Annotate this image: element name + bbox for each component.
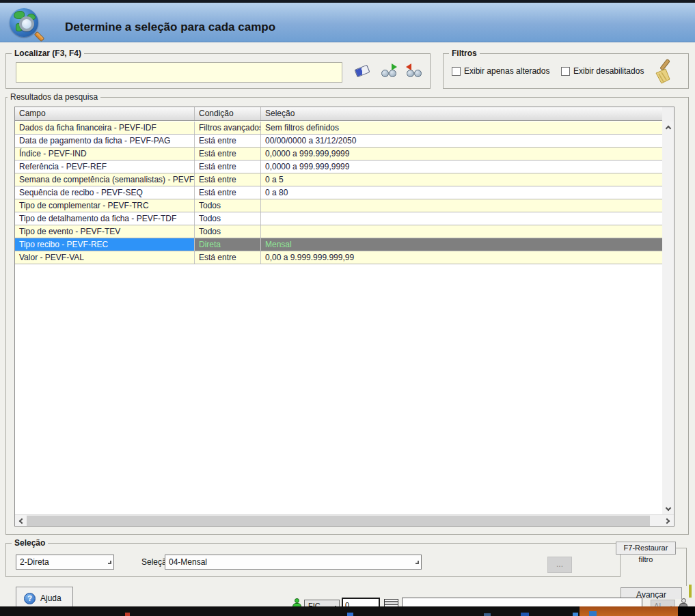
table-row[interactable]: Valor - PEVF-VALEstá entre0,00 a 9.999.9…: [15, 251, 663, 264]
checkbox-label: Exibir desabilitados: [573, 66, 644, 76]
table-row[interactable]: Índice - PEVF-INDEstá entre0,0000 a 999.…: [15, 148, 663, 160]
windows-taskbar[interactable]: [0, 606, 695, 616]
dropdown-chevron: [415, 555, 419, 569]
table-row[interactable]: Sequência de recibo - PEVF-SEQEstá entre…: [15, 186, 663, 199]
chevron-up-icon: [665, 126, 670, 131]
cell-selecao: Mensal: [261, 238, 663, 251]
broom-icon[interactable]: [647, 59, 673, 86]
checkbox-exibir-apenas-alterados[interactable]: [452, 67, 461, 76]
checkbox-exibir-desabilitados[interactable]: [561, 67, 570, 76]
cell-campo: Referência - PEVF-REF: [15, 160, 195, 173]
cell-condicao: Todos: [195, 225, 261, 238]
cell-selecao: 0,0000 a 999.999,9999: [261, 160, 663, 173]
cell-selecao: 0,00 a 9.999.999.999,99: [261, 251, 663, 264]
cell-campo: Data de pagamento da ficha - PEVF-PAG: [15, 135, 195, 147]
filtros-group-label: Filtros: [449, 48, 480, 58]
table-row[interactable]: Semana de competência (semanalistas) - P…: [15, 173, 663, 186]
cell-campo: Tipo de detalhamento da ficha - PEVF-TDF: [15, 212, 195, 225]
eraser-shape: [354, 65, 370, 78]
group-border-segment: [686, 548, 687, 586]
chevron-left-icon: [19, 518, 25, 523]
binocular-lens: [389, 70, 396, 77]
more-options-button[interactable]: ...: [547, 557, 572, 573]
cell-selecao: 0 a 5: [261, 173, 663, 186]
taskbar-icon-glimpse: [573, 613, 578, 616]
results-group-label: Resultados da pesquisa: [8, 92, 100, 102]
condition-dropdown[interactable]: 2-Direta: [16, 555, 114, 570]
filtros-group: Filtros Exibir apenas alterados Exibir d…: [443, 53, 689, 89]
table-header-row: Campo Condição Seleção: [15, 107, 663, 121]
table-row[interactable]: Tipo de evento - PEVF-TEVTodos: [15, 225, 663, 238]
help-icon: ?: [24, 593, 36, 604]
eraser-icon[interactable]: [355, 64, 371, 79]
magnifier-lens-icon: [19, 16, 34, 31]
scroll-left-button[interactable]: [15, 515, 27, 527]
scroll-right-button[interactable]: [662, 515, 674, 527]
chevron-down-icon: [415, 561, 419, 564]
taskbar-icon-glimpse: [125, 613, 130, 616]
restore-filter-button[interactable]: F7-Restaurar filtro: [616, 542, 676, 555]
dialog-header: Determine a seleção para cada campo: [0, 3, 695, 42]
dropdown-chevron: [108, 555, 111, 569]
vertical-scrollbar[interactable]: [662, 122, 674, 515]
cell-selecao: Sem filtros definidos: [261, 122, 663, 134]
binocular-lens: [414, 70, 422, 77]
results-group: Resultados da pesquisa Campo Condição Se…: [5, 97, 689, 535]
table-row[interactable]: Dados da ficha financeira - PEVF-IDFFilt…: [15, 122, 663, 135]
horizontal-scrollbar[interactable]: [15, 514, 674, 526]
cell-condicao: Está entre: [195, 160, 261, 173]
localizar-group: Localizar (F3, F4): [5, 53, 431, 89]
taskbar-icon-glimpse: [347, 613, 353, 616]
cell-condicao: Está entre: [195, 173, 261, 186]
taskbar-icon-glimpse: [589, 611, 597, 616]
horizontal-scroll-thumb[interactable]: [27, 516, 650, 526]
column-header-campo[interactable]: Campo: [15, 107, 195, 120]
scrollbar-corner: [662, 107, 674, 122]
binoculars-forward-icon[interactable]: [381, 63, 397, 78]
chevron-down-icon: [665, 505, 670, 511]
localizar-group-label: Localizar (F3, F4): [12, 48, 84, 58]
table-row[interactable]: Data de pagamento da ficha - PEVF-PAGEst…: [15, 135, 663, 148]
window-edge-sliver: [689, 585, 692, 598]
cell-condicao: Está entre: [195, 135, 261, 147]
taskbar-active-app: [580, 606, 678, 616]
cell-condicao: Está entre: [195, 186, 261, 199]
selecao-dropdown[interactable]: 04-Mensal: [165, 555, 422, 570]
condition-dropdown-value: 2-Direta: [20, 557, 49, 567]
chevron-down-icon: [108, 561, 111, 564]
binoculars-back-icon[interactable]: [406, 63, 422, 78]
cell-campo: Valor - PEVF-VAL: [15, 251, 195, 264]
scroll-down-button[interactable]: [662, 503, 674, 515]
cell-condicao: Todos: [195, 212, 261, 225]
taskbar-icon-glimpse: [484, 613, 491, 616]
scroll-up-button[interactable]: [662, 122, 674, 133]
cell-condicao: Direta: [195, 238, 261, 251]
person-head: [681, 598, 686, 603]
checkbox-row-desabilitados: Exibir desabilitados: [561, 66, 644, 76]
selecao-group: Seleção 2-Direta Seleção 04-Mensal ...: [5, 543, 621, 577]
column-header-condicao[interactable]: Condição: [195, 107, 261, 120]
binocular-lens: [381, 70, 389, 77]
search-input[interactable]: [16, 62, 342, 83]
dialog-window: Determine a seleção para cada campo Loca…: [0, 0, 695, 616]
cell-campo: Dados da ficha financeira - PEVF-IDF: [15, 122, 195, 134]
chevron-right-icon: [664, 518, 670, 523]
table-row[interactable]: Tipo de detalhamento da ficha - PEVF-TDF…: [15, 212, 663, 225]
cell-campo: Semana de competência (semanalistas) - P…: [15, 173, 195, 186]
checkbox-label: Exibir apenas alterados: [464, 66, 549, 76]
magnifier-handle-icon: [34, 31, 45, 42]
table-row[interactable]: Tipo de complementar - PEVF-TRCTodos: [15, 199, 663, 212]
cell-condicao: Filtros avançados: [195, 122, 261, 134]
cell-campo: Tipo recibo - PEVF-REC: [15, 238, 195, 251]
table-row[interactable]: Referência - PEVF-REFEstá entre0,0000 a …: [15, 160, 663, 173]
person-head: [295, 598, 299, 603]
cell-campo: Índice - PEVF-IND: [15, 148, 195, 160]
cell-condicao: Está entre: [195, 251, 261, 264]
cell-campo: Sequência de recibo - PEVF-SEQ: [15, 186, 195, 199]
cell-selecao: [261, 225, 663, 238]
selecao-group-label: Seleção: [12, 538, 48, 548]
cell-selecao: 0 a 80: [261, 186, 663, 199]
table-row-selected[interactable]: Tipo recibo - PEVF-RECDiretaMensal: [15, 238, 663, 251]
column-header-selecao[interactable]: Seleção: [261, 107, 663, 120]
cell-selecao: 0,0000 a 999.999,9999: [261, 148, 663, 160]
